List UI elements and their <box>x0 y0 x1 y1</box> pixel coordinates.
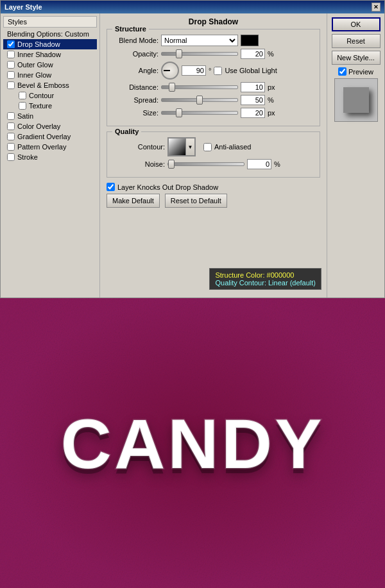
sidebar-item-stroke[interactable]: Stroke <box>3 152 97 162</box>
structure-group: Structure Blend Mode: Normal Multiply Sc… <box>107 29 320 126</box>
opacity-input[interactable] <box>241 49 265 59</box>
sidebar-item-contour[interactable]: Contour <box>3 90 97 101</box>
blend-mode-select[interactable]: Normal Multiply Screen <box>161 35 238 46</box>
structure-legend: Structure <box>112 25 149 33</box>
spread-input[interactable] <box>241 95 265 105</box>
contour-row: Contour: ▼ Anti-aliased <box>114 137 313 156</box>
distance-slider[interactable] <box>161 83 238 92</box>
preview-label-container: Preview <box>338 67 373 76</box>
color-overlay-checkbox[interactable] <box>7 122 15 130</box>
texture-checkbox[interactable] <box>19 102 26 110</box>
bevel-emboss-label: Bevel & Emboss <box>17 81 69 89</box>
texture-label: Texture <box>29 102 52 110</box>
satin-checkbox[interactable] <box>7 112 15 120</box>
right-panel: OK Reset New Style... Preview <box>327 13 384 298</box>
make-default-button[interactable]: Make Default <box>107 194 160 208</box>
angle-label: Angle: <box>114 67 158 74</box>
layer-style-dialog: Layer Style ✕ Styles Blending Options: C… <box>0 0 385 298</box>
canvas-text: CANDY <box>60 403 324 484</box>
sidebar-item-pattern-overlay[interactable]: Pattern Overlay <box>3 142 97 152</box>
spread-slider[interactable] <box>161 96 238 105</box>
gradient-overlay-checkbox[interactable] <box>7 133 15 140</box>
drop-shadow-checkbox[interactable] <box>7 40 15 48</box>
svg-rect-0 <box>169 139 185 155</box>
tooltip-line2: Quality Contour: Linear (default) <box>215 279 316 287</box>
noise-unit: % <box>274 160 280 168</box>
size-row: Size: px <box>114 108 313 118</box>
outer-glow-label: Outer Glow <box>17 61 53 69</box>
blend-mode-row: Blend Mode: Normal Multiply Screen <box>114 35 313 46</box>
sidebar-item-outer-glow[interactable]: Outer Glow <box>3 60 97 70</box>
color-swatch[interactable] <box>241 35 259 46</box>
distance-input[interactable] <box>241 82 265 92</box>
size-slider[interactable] <box>161 108 238 117</box>
distance-unit: px <box>268 83 275 91</box>
noise-slider[interactable] <box>167 160 244 169</box>
use-global-light-checkbox[interactable] <box>214 67 222 75</box>
pattern-overlay-checkbox[interactable] <box>7 143 15 151</box>
opacity-row: Opacity: % <box>114 49 313 59</box>
inner-shadow-checkbox[interactable] <box>7 51 15 58</box>
layer-knocks-label-row[interactable]: Layer Knocks Out Drop Shadow <box>107 183 218 191</box>
angle-input[interactable] <box>182 65 206 76</box>
blending-options-item[interactable]: Blending Options: Custom <box>3 29 97 39</box>
bevel-emboss-checkbox[interactable] <box>7 81 15 89</box>
tooltip-box: Structure Color: #000000 Quality Contour… <box>209 268 321 290</box>
size-label: Size: <box>114 109 158 117</box>
preview-box <box>334 78 378 122</box>
reset-default-button[interactable]: Reset to Default <box>165 194 227 208</box>
satin-label: Satin <box>17 112 33 120</box>
drop-shadow-label: Drop Shadow <box>17 40 60 48</box>
sidebar-item-gradient-overlay[interactable]: Gradient Overlay <box>3 131 97 142</box>
blend-mode-label: Blend Mode: <box>114 37 158 44</box>
bottom-buttons: Make Default Reset to Default <box>107 194 320 208</box>
layer-knocks-row: Layer Knocks Out Drop Shadow <box>107 183 320 191</box>
contour-preview[interactable] <box>168 138 186 156</box>
dialog-titlebar: Layer Style ✕ <box>1 1 384 13</box>
sidebar-item-inner-glow[interactable]: Inner Glow <box>3 70 97 80</box>
use-global-light-label: Use Global Light <box>225 67 277 74</box>
sidebar-item-texture[interactable]: Texture <box>3 101 97 111</box>
contour-dropdown-button[interactable]: ▼ <box>186 138 195 156</box>
reset-button[interactable]: Reset <box>332 34 381 48</box>
distance-row: Distance: px <box>114 82 313 92</box>
angle-dial[interactable] <box>161 62 179 80</box>
stroke-checkbox[interactable] <box>7 153 15 161</box>
left-panel: Styles Blending Options: Custom Drop Sha… <box>1 13 100 298</box>
angle-row: Angle: ° Use Global Light <box>114 62 313 80</box>
preview-inner <box>343 87 369 113</box>
inner-glow-checkbox[interactable] <box>7 71 15 79</box>
styles-header[interactable]: Styles <box>3 16 97 28</box>
sidebar-item-color-overlay[interactable]: Color Overlay <box>3 121 97 131</box>
tooltip-line1: Structure Color: #000000 <box>215 271 316 279</box>
opacity-slider[interactable] <box>161 49 238 58</box>
contour-checkbox[interactable] <box>19 92 26 99</box>
anti-aliased-row[interactable]: Anti-aliased <box>203 143 251 151</box>
anti-aliased-checkbox[interactable] <box>203 143 212 151</box>
noise-row: Noise: % <box>114 159 313 169</box>
new-style-button[interactable]: New Style... <box>332 51 381 65</box>
main-panel: Drop Shadow Structure Blend Mode: Normal… <box>100 13 327 298</box>
opacity-unit: % <box>268 50 274 58</box>
sidebar-item-drop-shadow[interactable]: Drop Shadow <box>3 39 97 49</box>
noise-input[interactable] <box>247 159 271 169</box>
preview-label: Preview <box>348 68 373 76</box>
spread-unit: % <box>268 96 274 104</box>
gradient-overlay-label: Gradient Overlay <box>17 133 71 140</box>
outer-glow-checkbox[interactable] <box>7 61 15 69</box>
spread-row: Spread: % <box>114 95 313 105</box>
spread-label: Spread: <box>114 96 158 104</box>
sidebar-item-satin[interactable]: Satin <box>3 111 97 121</box>
preview-checkbox[interactable] <box>338 67 346 76</box>
sidebar-item-bevel-emboss[interactable]: Bevel & Emboss <box>3 80 97 90</box>
size-input[interactable] <box>241 108 265 118</box>
layer-knocks-checkbox[interactable] <box>107 183 115 191</box>
contour-picker[interactable]: ▼ <box>167 137 196 156</box>
opacity-label: Opacity: <box>114 50 158 58</box>
close-button[interactable]: ✕ <box>372 3 381 12</box>
ok-button[interactable]: OK <box>332 17 381 31</box>
sidebar-item-inner-shadow[interactable]: Inner Shadow <box>3 49 97 60</box>
pattern-overlay-label: Pattern Overlay <box>17 143 66 151</box>
use-global-light-row[interactable]: Use Global Light <box>214 67 277 75</box>
canvas-area: CANDY <box>0 298 385 588</box>
